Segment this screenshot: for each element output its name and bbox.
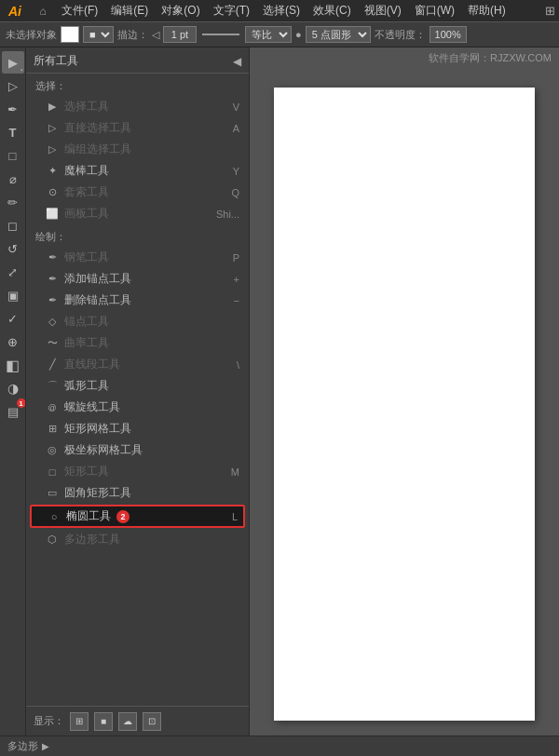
tool-direct-selection[interactable]: ▷ 直接选择工具 A [26, 117, 249, 139]
opacity-value[interactable] [429, 26, 467, 43]
type-tool-btn[interactable]: T [2, 121, 24, 143]
stroke-select[interactable]: ■ [83, 26, 114, 43]
tool-artboard[interactable]: ⬜ 画板工具 Shi... [26, 203, 249, 224]
panel-scroll[interactable]: 选择： ▶ 选择工具 V ▷ 直接选择工具 A ▷ 编组选择工具 ✦ 魔棒工具 … [26, 74, 249, 706]
shortcut: V [233, 101, 239, 113]
pen-tool-btn[interactable]: ✒ [2, 98, 24, 120]
tool-magic-wand[interactable]: ✦ 魔棒工具 Y [26, 160, 249, 182]
menu-text[interactable]: 文字(T) [208, 1, 255, 20]
stroke-type-select[interactable]: 等比 [245, 26, 292, 43]
home-icon[interactable]: ⌂ [32, 0, 54, 22]
opacity-label: 不透明度： [375, 28, 426, 42]
tool-label: 钢笔工具 [64, 250, 109, 265]
tool-selection[interactable]: ▶ 选择工具 V [26, 96, 249, 117]
shortcut: Q [231, 187, 239, 198]
tool-spiral[interactable]: @ 螺旋线工具 [26, 397, 249, 418]
shortcut: P [233, 252, 239, 263]
tool-label: 弧形工具 [64, 378, 109, 394]
lasso-icon: ⊙ [45, 185, 60, 200]
pen-icon: ✒ [45, 250, 60, 265]
object-label: 未选择对象 [6, 28, 57, 42]
direct-selection-tool-btn[interactable]: ▷ [2, 74, 24, 97]
shortcut: \ [237, 359, 239, 371]
stroke-value[interactable] [163, 26, 197, 43]
brush-icon: ● [295, 29, 302, 40]
menu-view[interactable]: 视图(V) [359, 1, 407, 20]
screen-mode-btn[interactable]: ▤ 1 [2, 400, 24, 423]
shape-tool-btn[interactable]: □ [2, 144, 24, 167]
menubar: Ai ⌂ 文件(F) 编辑(E) 对象(O) 文字(T) 选择(S) 效果(C)… [0, 0, 559, 21]
tool-label: 椭圆工具 [66, 508, 111, 524]
polygon-icon: ⬡ [45, 533, 60, 547]
scale-tool-btn[interactable]: ⤢ [2, 261, 24, 283]
arc-icon: ⌒ [45, 379, 60, 394]
fill-color[interactable] [61, 26, 79, 43]
toolbar: 未选择对象 ■ 描边： ◁ 等比 ● 5 点圆形 不透明度： [0, 21, 559, 47]
tool-label: 多边形工具 [64, 532, 120, 547]
fill-stroke-btn[interactable]: ◧ [2, 354, 24, 376]
tool-pen[interactable]: ✒ 钢笔工具 P [26, 247, 249, 268]
selection-tool-btn[interactable]: ▶▾ [2, 51, 24, 74]
spiral-icon: @ [45, 400, 60, 415]
tool-label: 圆角矩形工具 [64, 485, 131, 501]
paintbrush-tool-btn[interactable]: ⌀ [2, 168, 24, 190]
footer-btn-4[interactable]: ⊡ [143, 712, 161, 731]
tool-label: 直接选择工具 [64, 120, 131, 136]
canvas-content [250, 69, 559, 736]
layout-icon[interactable]: ⊞ [545, 4, 555, 18]
curvature-icon: 〜 [45, 336, 60, 351]
footer-btn-1[interactable]: ⊞ [70, 712, 89, 731]
tool-rounded-rect[interactable]: ▭ 圆角矩形工具 [26, 482, 249, 504]
tool-label: 螺旋线工具 [64, 399, 120, 415]
menu-effect[interactable]: 效果(C) [307, 1, 357, 20]
tool-polygon[interactable]: ⬡ 多边形工具 [26, 529, 249, 550]
tool-line-segment[interactable]: ╱ 直线段工具 \ [26, 354, 249, 375]
magic-wand-icon: ✦ [45, 164, 60, 179]
menu-select[interactable]: 选择(S) [257, 1, 306, 20]
all-tools-panel: 所有工具 ◀ 选择： ▶ 选择工具 V ▷ 直接选择工具 A ▷ 编组选择工具 [26, 47, 250, 736]
tool-remove-anchor[interactable]: ✒ 删除锚点工具 − [26, 290, 249, 311]
shortcut: M [231, 466, 239, 478]
menu-file[interactable]: 文件(F) [56, 1, 103, 20]
footer-btn-2[interactable]: ■ [94, 712, 113, 731]
eyedropper-tool-btn[interactable]: ✓ [2, 307, 24, 330]
tool-polar-grid[interactable]: ◎ 极坐标网格工具 [26, 439, 249, 461]
panel-title: 所有工具 [34, 53, 78, 69]
shortcut: − [234, 295, 239, 306]
menu-help[interactable]: 帮助(H) [462, 1, 511, 20]
stroke-icon: ◁ [152, 29, 159, 41]
color-mode-btn[interactable]: ◑ [2, 377, 24, 399]
tool-rect[interactable]: □ 矩形工具 M [26, 461, 249, 482]
panel-collapse-btn[interactable]: ◀ [233, 55, 241, 68]
rounded-rect-icon: ▭ [45, 486, 60, 501]
watermark: 软件自学网：RJZXW.COM [250, 47, 559, 69]
eraser-tool-btn[interactable]: ◻ [2, 214, 24, 236]
tool-label: 矩形网格工具 [64, 421, 131, 437]
pencil-tool-btn[interactable]: ✏ [2, 191, 24, 213]
shortcut: Y [233, 166, 239, 177]
menu-window[interactable]: 窗口(W) [409, 1, 460, 20]
brush-select[interactable]: 5 点圆形 [306, 26, 371, 43]
footer-btn-3[interactable]: ☁ [118, 712, 137, 731]
tool-add-anchor[interactable]: ✒ 添加锚点工具 + [26, 268, 249, 290]
tool-ellipse[interactable]: ○ 椭圆工具 2 L [30, 505, 245, 528]
rotate-tool-btn[interactable]: ↺ [2, 237, 24, 260]
tool-curvature[interactable]: 〜 曲率工具 [26, 332, 249, 354]
group-selection-icon: ▷ [45, 142, 60, 157]
menu-edit[interactable]: 编辑(E) [105, 1, 154, 20]
artboard [274, 88, 535, 721]
tool-rect-grid[interactable]: ⊞ 矩形网格工具 [26, 418, 249, 439]
tool-label: 添加锚点工具 [64, 271, 131, 287]
menu-object[interactable]: 对象(O) [156, 1, 205, 20]
artboard-icon: ⬜ [45, 207, 60, 222]
tool-lasso[interactable]: ⊙ 套索工具 Q [26, 182, 249, 203]
canvas-area: 软件自学网：RJZXW.COM [250, 47, 559, 736]
tool-label: 极坐标网格工具 [64, 442, 143, 458]
tool-anchor[interactable]: ◇ 锚点工具 [26, 311, 249, 332]
stroke-line [202, 34, 239, 35]
zoom-tool-btn[interactable]: ⊕ [2, 331, 24, 353]
tool-arc[interactable]: ⌒ 弧形工具 [26, 375, 249, 397]
gradient-tool-btn[interactable]: ▣ [2, 284, 24, 306]
tool-group-selection[interactable]: ▷ 编组选择工具 [26, 139, 249, 160]
tool-label: 直线段工具 [64, 357, 120, 372]
